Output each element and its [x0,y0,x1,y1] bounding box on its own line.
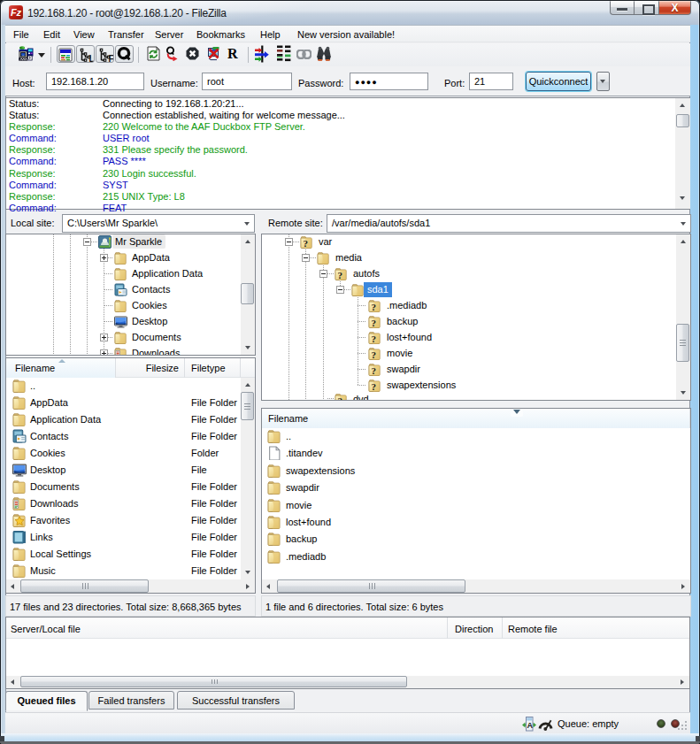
svg-text:A: A [527,721,534,730]
svg-text:F: F [108,54,113,63]
svg-text:L: L [88,54,94,63]
